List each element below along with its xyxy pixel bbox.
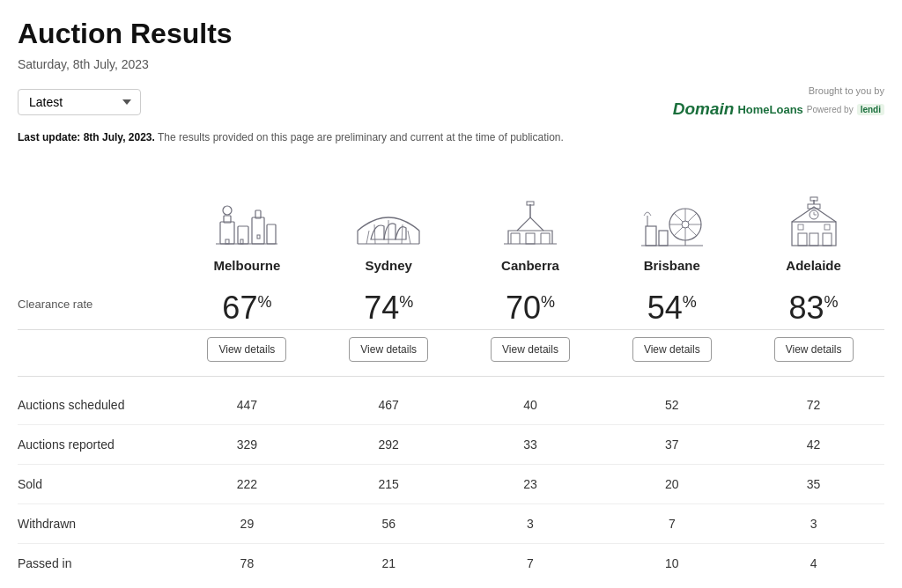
brisbane-icon <box>605 182 738 253</box>
brisbane-clearance: 54% <box>601 287 743 329</box>
clearance-rate-label: Clearance rate <box>18 298 176 318</box>
melbourne-icon <box>181 182 314 253</box>
auctions-reported-label: Auctions reported <box>18 437 176 452</box>
canberra-btn-cell: View details <box>460 330 602 362</box>
city-header-canberra: Canberra <box>460 173 602 287</box>
svg-line-30 <box>688 227 697 236</box>
melbourne-city-name: Melbourne <box>181 258 314 273</box>
domain-logo: Domain <box>673 99 735 119</box>
city-header-melbourne: Melbourne <box>176 173 318 287</box>
withdrawn-label: Withdrawn <box>18 517 176 531</box>
date-dropdown[interactable]: Latest Previous week 2 weeks ago <box>18 89 141 115</box>
svg-line-18 <box>408 231 410 244</box>
adelaide-icon <box>747 182 880 253</box>
svg-rect-0 <box>220 222 234 244</box>
svg-rect-46 <box>810 233 818 246</box>
melbourne-clearance: 67% <box>176 287 318 329</box>
last-update-date: Last update: 8th July, 2023. <box>18 131 155 143</box>
brisbane-reported: 37 <box>601 437 743 452</box>
sydney-withdrawn: 56 <box>318 517 460 531</box>
svg-rect-49 <box>824 224 830 230</box>
svg-rect-4 <box>252 217 264 244</box>
canberra-rate-value: 70% <box>464 290 597 326</box>
svg-rect-45 <box>798 233 807 246</box>
melbourne-btn-cell: View details <box>176 330 318 362</box>
sydney-city-name: Sydney <box>322 258 455 273</box>
canberra-view-details-button[interactable]: View details <box>491 337 570 362</box>
svg-line-31 <box>688 213 697 222</box>
canberra-clearance: 70% <box>460 287 602 329</box>
sydney-rate-value: 74% <box>322 290 455 326</box>
brisbane-sold: 20 <box>601 477 743 491</box>
svg-rect-9 <box>240 239 243 244</box>
branding: Brought to you by Domain HomeLoans Power… <box>673 85 884 119</box>
sydney-sold: 215 <box>318 477 460 491</box>
melbourne-sold: 222 <box>176 477 318 491</box>
svg-point-2 <box>223 206 232 215</box>
page-title: Auction Results <box>18 18 884 50</box>
adelaide-city-name: Adelaide <box>747 258 880 273</box>
canberra-passed-in: 7 <box>460 556 602 570</box>
svg-rect-10 <box>257 235 260 239</box>
brisbane-withdrawn: 7 <box>601 517 743 531</box>
lendi-badge: lendi <box>857 104 884 115</box>
svg-line-15 <box>374 224 375 244</box>
melbourne-rate-value: 67% <box>181 290 314 326</box>
withdrawn-row: Withdrawn 29 56 3 7 3 <box>18 504 884 544</box>
city-header-brisbane: Brisbane <box>601 173 743 287</box>
melbourne-passed-in: 78 <box>176 556 318 570</box>
brisbane-rate-value: 54% <box>605 290 738 326</box>
city-header-adelaide: Adelaide <box>743 173 884 287</box>
adelaide-passed-in: 4 <box>743 556 884 570</box>
adelaide-view-details-button[interactable]: View details <box>774 337 854 362</box>
passed-in-label: Passed in <box>18 556 176 570</box>
adelaide-withdrawn: 3 <box>743 517 884 531</box>
adelaide-scheduled: 72 <box>743 398 884 412</box>
sydney-icon <box>322 182 455 253</box>
stats-section: Auctions scheduled 447 467 40 52 72 Auct… <box>18 386 884 583</box>
dropdown-wrapper: Latest Previous week 2 weeks ago <box>18 89 141 115</box>
city-header-sydney: Sydney <box>318 173 460 287</box>
svg-rect-48 <box>798 224 803 230</box>
brisbane-passed-in: 10 <box>601 556 743 570</box>
sydney-view-details-button[interactable]: View details <box>349 337 428 362</box>
branding-brought-text: Brought to you by <box>809 85 884 96</box>
canberra-reported: 33 <box>460 437 602 452</box>
view-details-row: View details View details View details V… <box>18 330 884 376</box>
sydney-reported: 292 <box>318 437 460 452</box>
canberra-city-name: Canberra <box>464 258 597 273</box>
auctions-scheduled-row: Auctions scheduled 447 467 40 52 72 <box>18 386 884 425</box>
brisbane-view-details-button[interactable]: View details <box>632 337 712 362</box>
svg-rect-8 <box>226 239 229 244</box>
adelaide-sold: 35 <box>743 477 884 491</box>
page-subtitle: Saturday, 8th July, 2023 <box>18 57 884 71</box>
clearance-rate-section: Clearance rate 67% 74% 70% 54% 83% <box>18 287 884 330</box>
home-loans-text: HomeLoans <box>737 103 802 116</box>
brisbane-btn-cell: View details <box>601 330 743 362</box>
melbourne-scheduled: 447 <box>176 398 318 412</box>
adelaide-btn-cell: View details <box>743 330 884 362</box>
sydney-btn-cell: View details <box>318 330 460 362</box>
svg-rect-35 <box>659 231 668 246</box>
svg-line-29 <box>674 213 683 222</box>
last-update-notice: Last update: 8th July, 2023. The results… <box>18 131 884 143</box>
sydney-clearance: 74% <box>318 287 460 329</box>
brisbane-scheduled: 52 <box>601 398 743 412</box>
svg-point-24 <box>682 221 689 228</box>
sold-row: Sold 222 215 23 20 35 <box>18 465 884 504</box>
adelaide-clearance: 83% <box>743 287 884 329</box>
canberra-sold: 23 <box>460 477 602 491</box>
last-update-note: The results provided on this page are pr… <box>158 131 564 143</box>
svg-rect-22 <box>526 233 535 244</box>
auctions-reported-row: Auctions reported 329 292 33 37 42 <box>18 425 884 465</box>
header-empty <box>18 173 176 287</box>
powered-by-text: Powered by <box>807 105 854 114</box>
melbourne-view-details-button[interactable]: View details <box>207 337 286 362</box>
sydney-scheduled: 467 <box>318 398 460 412</box>
cities-header-row: Melbourne <box>18 165 884 287</box>
sold-label: Sold <box>18 477 176 491</box>
canberra-scheduled: 40 <box>460 398 602 412</box>
svg-rect-47 <box>823 233 832 246</box>
adelaide-reported: 42 <box>743 437 884 452</box>
svg-line-14 <box>366 231 369 244</box>
